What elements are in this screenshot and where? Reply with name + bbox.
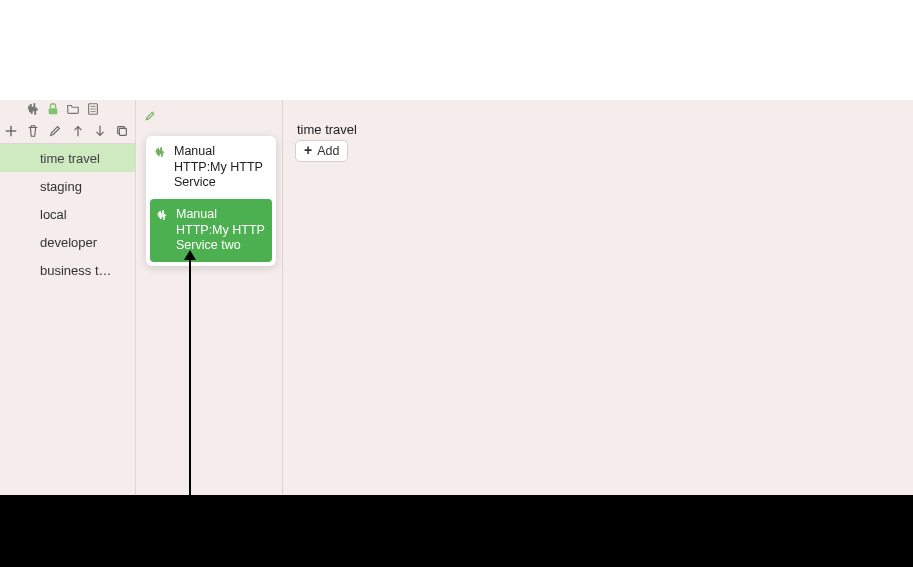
annotation-arrow-up	[184, 250, 196, 530]
env-item-business[interactable]: business t…	[0, 256, 135, 284]
plus-icon: +	[304, 143, 312, 157]
service-item[interactable]: Manual HTTP:My HTTP Service	[146, 136, 276, 199]
waveform-icon	[154, 146, 168, 191]
waveform-icon[interactable]	[26, 102, 40, 116]
add-button[interactable]: + Add	[295, 140, 348, 162]
svg-rect-10	[119, 128, 126, 135]
services-panel: Manual HTTP:My HTTP Service Manual HTTP:…	[136, 100, 283, 495]
services-card: Manual HTTP:My HTTP Service Manual HTTP:…	[146, 136, 276, 266]
env-item-developer[interactable]: developer	[0, 228, 135, 256]
folder-icon[interactable]	[66, 102, 80, 116]
service-item-selected[interactable]: Manual HTTP:My HTTP Service two	[150, 199, 272, 262]
service-item-label: Manual HTTP:My HTTP Service two	[176, 207, 266, 254]
main-area: time travel + Add	[283, 100, 913, 495]
env-item-label: staging	[40, 179, 82, 194]
panel-edit-icon[interactable]	[144, 110, 156, 125]
env-item-time-travel[interactable]: time travel	[0, 144, 135, 172]
service-item-label: Manual HTTP:My HTTP Service	[174, 144, 268, 191]
arrow-down-icon[interactable]	[93, 123, 107, 139]
left-sidebar: time travel staging local developer busi…	[0, 100, 136, 495]
page-title: time travel	[297, 122, 357, 137]
add-icon[interactable]	[4, 123, 18, 139]
document-icon[interactable]	[86, 102, 100, 116]
env-item-label: developer	[40, 235, 97, 250]
arrow-up-icon[interactable]	[71, 123, 85, 139]
trash-icon[interactable]	[26, 123, 40, 139]
edit-icon[interactable]	[48, 123, 62, 139]
top-icon-row	[0, 100, 135, 118]
svg-rect-2	[49, 108, 58, 114]
env-item-local[interactable]: local	[0, 200, 135, 228]
add-button-label: Add	[317, 144, 339, 158]
lock-icon[interactable]	[46, 102, 60, 116]
env-item-label: time travel	[40, 151, 100, 166]
app-window: time travel staging local developer busi…	[0, 100, 913, 495]
copy-icon[interactable]	[115, 123, 129, 139]
left-toolbar	[0, 118, 135, 144]
environment-list: time travel staging local developer busi…	[0, 144, 135, 284]
env-item-staging[interactable]: staging	[0, 172, 135, 200]
env-item-label: business t…	[40, 263, 112, 278]
env-item-label: local	[40, 207, 67, 222]
waveform-icon	[156, 209, 170, 254]
bottom-black-bar	[0, 495, 913, 567]
